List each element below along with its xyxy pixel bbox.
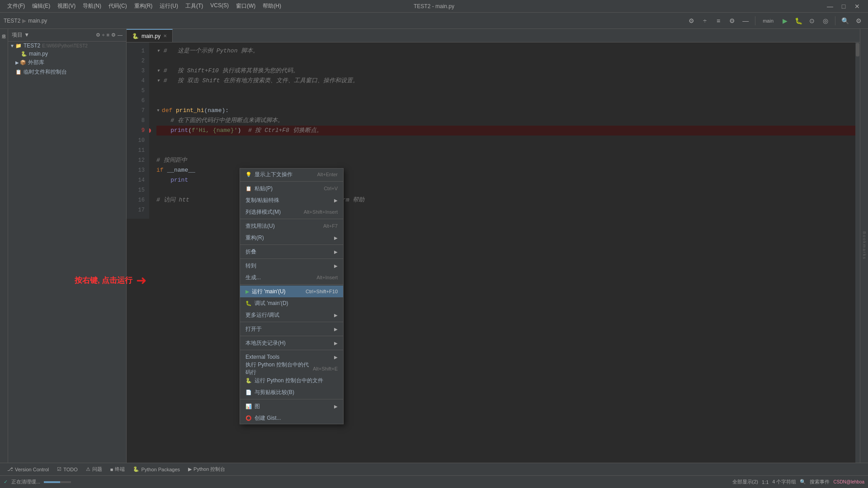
- tab-problems[interactable]: ⚠ 问题: [82, 463, 106, 475]
- annotation-text: 按右键, 点击运行: [75, 275, 132, 286]
- cm-run-main[interactable]: ▶ 运行 'main'(U) Ctrl+Shift+F10: [240, 286, 343, 297]
- profile-button[interactable]: ⊙: [806, 15, 818, 27]
- tab-close-icon[interactable]: ✕: [163, 33, 167, 38]
- cm-more-run[interactable]: 更多运行/调试 ▶: [240, 309, 343, 321]
- panel-icon-2[interactable]: ÷: [102, 32, 105, 38]
- cm-open-in[interactable]: 打开于 ▶: [240, 323, 343, 335]
- debug-button[interactable]: 🐛: [793, 15, 804, 27]
- minimize-button[interactable]: —: [824, 0, 836, 13]
- cm-column-select[interactable]: 列选择模式(M) Alt+Shift+Insert: [240, 206, 343, 218]
- cm-create-gist[interactable]: ⭕ 创建 Gist...: [240, 412, 343, 424]
- cm-fold[interactable]: 折叠 ▶: [240, 246, 343, 258]
- menu-bar[interactable]: 文件(F) 编辑(E) 视图(V) 导航(N) 代码(C) 重构(R) 运行(U…: [5, 1, 284, 11]
- cm-column-select-label: 列选择模式(M): [245, 208, 281, 216]
- cm-exec-in-console[interactable]: 执行 Python 控制台中的代码行 Alt+Shift+E: [240, 363, 343, 375]
- tree-root-path: E:\W66\Python\TEST2: [42, 43, 88, 48]
- cm-generate-shortcut: Alt+Insert: [316, 275, 338, 280]
- python-console-icon: ▶: [188, 466, 192, 472]
- python-packages-icon: 🐍: [133, 466, 139, 472]
- panel-icon-3[interactable]: ≡: [107, 32, 109, 38]
- settings-icon[interactable]: ⚙: [685, 15, 697, 27]
- tree-temp[interactable]: 📋 临时文件和控制台: [8, 67, 126, 77]
- csdn-label: CSDN@lehboa: [833, 479, 864, 484]
- menu-file[interactable]: 文件(F): [5, 1, 28, 11]
- cm-compare-clipboard-label: 与剪贴板比较(B): [255, 389, 294, 396]
- panel-icon-close[interactable]: —: [118, 32, 123, 38]
- panel-icon-gear[interactable]: ⚙: [111, 32, 116, 38]
- tab-python-packages[interactable]: 🐍 Python Packages: [129, 463, 184, 475]
- line-num-13: 13: [127, 165, 149, 175]
- debug-main-icon: 🐛: [245, 300, 252, 306]
- search-icon[interactable]: 🔍: [800, 479, 806, 485]
- cm-diagram[interactable]: 📊 图 ▶: [240, 400, 343, 412]
- terminal-icon: ■: [110, 467, 113, 472]
- cm-refactor-sub: ▶: [334, 235, 338, 240]
- run-button[interactable]: ▶: [779, 15, 791, 27]
- tree-mainpy[interactable]: 🐍 main.py: [8, 50, 126, 58]
- panel-icon-1[interactable]: ⚙: [96, 32, 100, 38]
- menu-window[interactable]: 窗口(W): [233, 1, 258, 11]
- run-file-icon: 🐍: [245, 378, 252, 384]
- scrollbar-thumb[interactable]: [856, 43, 859, 56]
- window-controls[interactable]: — □ ✕: [824, 0, 863, 13]
- cm-local-history[interactable]: 本地历史记录(H) ▶: [240, 337, 343, 349]
- cm-paste[interactable]: 📋 粘贴(P) Ctrl+V: [240, 183, 343, 194]
- expand-icon: ▼: [10, 43, 14, 48]
- divide-icon[interactable]: ÷: [699, 15, 711, 27]
- config-icon[interactable]: ⚙: [726, 15, 738, 27]
- layout-icon[interactable]: ≡: [712, 15, 724, 27]
- menu-view[interactable]: 视图(V): [55, 1, 78, 11]
- bookmark-strip: Bookmarks: [860, 29, 868, 463]
- cm-paste-label: 粘贴(P): [255, 185, 273, 192]
- code-line-9: print ( f'Hi, {name}' ) # 按 Ctrl+F8 切换断点…: [156, 126, 856, 136]
- maximize-button[interactable]: □: [837, 0, 850, 13]
- cm-paste-special[interactable]: 复制/粘贴特殊 ▶: [240, 194, 343, 206]
- tab-todo[interactable]: ☑ TODO: [53, 463, 81, 475]
- progress-bar: [44, 481, 60, 483]
- tab-version-control[interactable]: ⎇ Version Control: [4, 463, 52, 475]
- editor-scrollbar[interactable]: [855, 42, 860, 463]
- cm-generate[interactable]: 生成... Alt+Insert: [240, 272, 343, 283]
- menu-refactor[interactable]: 重构(R): [132, 1, 156, 11]
- cm-find-usages-label: 查找用法(U): [245, 222, 275, 230]
- menu-run[interactable]: 运行(U): [157, 1, 181, 11]
- coverage-button[interactable]: ◎: [820, 15, 831, 27]
- cm-refactor[interactable]: 重构(R) ▶: [240, 232, 343, 244]
- tree-external-libs[interactable]: ▶ 📦 外部库: [8, 58, 126, 67]
- menu-help[interactable]: 帮助(H): [260, 1, 284, 11]
- cm-context-actions[interactable]: 💡 显示上下文操作 Alt+Enter: [240, 169, 343, 180]
- search-events-label[interactable]: 搜索事件: [810, 479, 830, 485]
- project-panel: 项目 ▼ ⚙ ÷ ≡ ⚙ — ▼ 📁 TEST2 E:\W66\Python\T…: [8, 29, 127, 463]
- code-line-11: [156, 145, 856, 155]
- menu-tools[interactable]: 工具(T): [183, 1, 206, 11]
- cm-run-file-console-label: 运行 Python 控制台中的文件: [255, 377, 323, 385]
- cm-find-usages[interactable]: 查找用法(U) Alt+F7: [240, 220, 343, 232]
- structure-icon[interactable]: 信息: [1, 31, 7, 32]
- tree-root[interactable]: ▼ 📁 TEST2 E:\W66\Python\TEST2: [8, 42, 126, 50]
- tab-python-console[interactable]: ▶ Python 控制台: [184, 463, 229, 475]
- tab-terminal[interactable]: ■ 终端: [107, 463, 129, 475]
- collapse-icon[interactable]: —: [740, 15, 751, 27]
- cm-compare-clipboard[interactable]: 📄 与剪贴板比较(B): [240, 386, 343, 398]
- cm-debug-main[interactable]: 🐛 调试 'main'(D): [240, 297, 343, 309]
- cm-goto[interactable]: 转到 ▶: [240, 260, 343, 272]
- line-num-5: 5: [127, 86, 149, 96]
- menu-navigate[interactable]: 导航(N): [80, 1, 104, 11]
- menu-edit[interactable]: 编辑(E): [29, 1, 53, 11]
- cm-run-file-console[interactable]: 🐍 运行 Python 控制台中的文件: [240, 375, 343, 386]
- cm-column-select-shortcut: Alt+Shift+Insert: [304, 209, 338, 215]
- close-button[interactable]: ✕: [851, 0, 863, 13]
- show-all-text[interactable]: 全部显示(2): [732, 479, 758, 485]
- cm-sep-1: [240, 181, 343, 182]
- cm-create-gist-label: 创建 Gist...: [255, 414, 281, 422]
- menu-vcs[interactable]: VCS(S): [208, 1, 231, 11]
- search-everywhere-button[interactable]: 🔍: [839, 15, 851, 27]
- code-editor[interactable]: 1 2 3 4 5 6 7 8 9 10 11 12 13 14 15 16 1…: [127, 42, 860, 463]
- tab-mainpy-label: main.py: [142, 33, 160, 39]
- settings-main-button[interactable]: ⚙: [853, 15, 864, 27]
- python-file-icon: 🐍: [21, 51, 27, 57]
- cm-context-actions-shortcut: Alt+Enter: [317, 172, 338, 177]
- tab-mainpy[interactable]: 🐍 main.py ✕: [127, 29, 173, 42]
- line-num-16: 16: [127, 195, 149, 205]
- menu-code[interactable]: 代码(C): [106, 1, 130, 11]
